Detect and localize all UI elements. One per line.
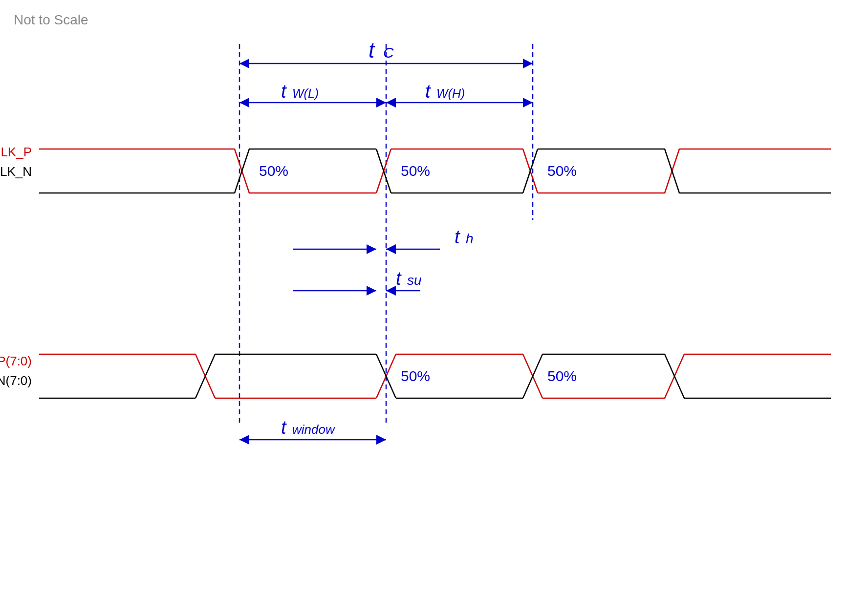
svg-marker-40 [239, 435, 249, 445]
svg-marker-5 [523, 59, 533, 68]
svg-marker-14 [386, 98, 396, 107]
svg-marker-15 [523, 98, 533, 107]
svg-marker-9 [239, 98, 249, 107]
svg-text:t: t [281, 81, 287, 102]
svg-marker-32 [386, 286, 396, 296]
svg-marker-26 [386, 244, 396, 254]
svg-text:h: h [466, 231, 474, 246]
svg-text:50%: 50% [401, 368, 430, 384]
svg-text:50%: 50% [547, 368, 577, 384]
timing-diagram: Not to Scale t C t W(L) t [0, 0, 868, 598]
svg-text:C: C [383, 44, 394, 61]
svg-marker-24 [367, 244, 376, 254]
svg-text:D_N(7:0): D_N(7:0) [0, 373, 32, 388]
svg-text:su: su [407, 273, 422, 288]
svg-text:DCLK_N: DCLK_N [0, 164, 32, 179]
svg-text:t: t [281, 417, 287, 438]
svg-text:50%: 50% [547, 163, 577, 179]
svg-text:t: t [425, 81, 431, 102]
not-to-scale-label: Not to Scale [14, 12, 88, 27]
svg-text:50%: 50% [401, 163, 430, 179]
svg-marker-41 [376, 435, 386, 445]
svg-text:t: t [369, 38, 375, 62]
svg-text:D_P(7:0): D_P(7:0) [0, 354, 32, 368]
svg-text:W(H): W(H) [436, 86, 465, 100]
svg-text:t: t [455, 227, 460, 247]
svg-text:DCLK_P: DCLK_P [0, 145, 32, 159]
svg-text:W(L): W(L) [292, 86, 319, 100]
svg-marker-4 [239, 59, 249, 68]
svg-marker-30 [367, 286, 376, 296]
svg-marker-10 [376, 98, 386, 107]
svg-text:t: t [396, 268, 402, 289]
svg-text:50%: 50% [259, 163, 288, 179]
svg-text:window: window [292, 422, 336, 437]
